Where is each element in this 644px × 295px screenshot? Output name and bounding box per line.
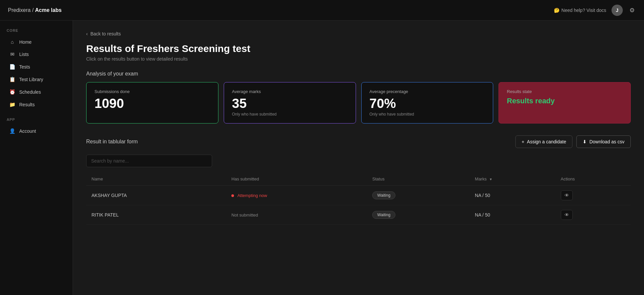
sidebar-item-account[interactable]: 👤 Account bbox=[3, 125, 70, 137]
sidebar-item-label: Tests bbox=[19, 64, 30, 70]
account-icon: 👤 bbox=[9, 128, 15, 134]
eye-icon: 👁 bbox=[564, 193, 569, 198]
marks-value: NA / 50 bbox=[475, 212, 490, 218]
help-link[interactable]: 🤔 Need help? Visit docs bbox=[554, 8, 606, 13]
col-actions: Actions bbox=[556, 172, 631, 186]
topnav-right: 🤔 Need help? Visit docs J ⚙ bbox=[554, 5, 636, 16]
cell-actions: 👁 bbox=[556, 205, 631, 225]
help-emoji: 🤔 bbox=[554, 8, 559, 13]
sidebar: CORE ⌂ Home ✉ Lists 📄 Tests 📋 Test Libra… bbox=[0, 21, 73, 295]
sidebar-item-label: Account bbox=[19, 128, 36, 134]
analysis-cards: Submissions done 1090 Average marks 35 O… bbox=[86, 82, 631, 123]
sidebar-item-label: Results bbox=[19, 102, 35, 107]
cell-actions: 👁 bbox=[556, 186, 631, 205]
back-arrow-icon: ‹ bbox=[86, 31, 88, 36]
table-header-row: Name Has submitted Status Marks ▼ Action… bbox=[86, 172, 631, 186]
sidebar-item-label: Home bbox=[19, 39, 31, 45]
results-table: Name Has submitted Status Marks ▼ Action… bbox=[86, 172, 631, 225]
table-head: Name Has submitted Status Marks ▼ Action… bbox=[86, 172, 631, 186]
core-section-label: CORE bbox=[0, 28, 73, 36]
home-icon: ⌂ bbox=[9, 39, 15, 45]
table-row: AKSHAY GUPTA Attempting now Waiting NA /… bbox=[86, 186, 631, 205]
main-content: ‹ Back to results Results of Freshers Sc… bbox=[73, 21, 644, 295]
view-result-button[interactable]: 👁 bbox=[561, 210, 573, 220]
avg-pct-card: Average precentage 70% Only who have sub… bbox=[361, 82, 494, 123]
view-result-button[interactable]: 👁 bbox=[561, 190, 573, 200]
sidebar-item-lists[interactable]: ✉ Lists bbox=[3, 48, 70, 61]
sidebar-item-results[interactable]: 📁 Results bbox=[3, 98, 70, 111]
cell-marks: NA / 50 bbox=[470, 205, 556, 225]
attempting-text: Attempting now bbox=[237, 193, 267, 198]
page-subtitle: Click on the results button to view deta… bbox=[86, 56, 631, 62]
analysis-section-label: Analysis of your exam bbox=[86, 71, 631, 77]
candidate-name: AKSHAY GUPTA bbox=[91, 193, 127, 198]
eye-icon: 👁 bbox=[564, 212, 569, 218]
col-marks: Marks ▼ bbox=[470, 172, 556, 186]
table-header-row: Result in tablular form + Assign a candi… bbox=[86, 135, 631, 148]
cell-submitted: Attempting now bbox=[226, 186, 367, 205]
download-icon: ⬇ bbox=[583, 139, 587, 144]
test-library-icon: 📋 bbox=[9, 76, 15, 82]
app-section-label: APP bbox=[0, 118, 73, 125]
marks-value: NA / 50 bbox=[475, 193, 490, 198]
table-actions: + Assign a candidate ⬇ Download as csv bbox=[515, 135, 631, 148]
submissions-card-label: Submissions done bbox=[94, 89, 210, 94]
avg-marks-card: Average marks 35 Only who have submitted bbox=[224, 82, 356, 123]
table-row: RITIK PATEL Not submitted Waiting NA / 5… bbox=[86, 205, 631, 225]
topnav: Predixera / Acme labs 🤔 Need help? Visit… bbox=[0, 0, 644, 21]
back-link[interactable]: ‹ Back to results bbox=[86, 31, 631, 36]
cell-marks: NA / 50 bbox=[470, 186, 556, 205]
attempting-dot-icon bbox=[231, 194, 234, 197]
page-title: Results of Freshers Screening test bbox=[86, 43, 631, 54]
plus-icon: + bbox=[522, 139, 524, 144]
brand-prefix: Predixera / bbox=[8, 7, 35, 13]
download-csv-button[interactable]: ⬇ Download as csv bbox=[576, 135, 631, 148]
avatar-letter: J bbox=[616, 8, 618, 13]
submissions-card-value: 1090 bbox=[94, 97, 210, 110]
avg-pct-card-sub: Only who have submitted bbox=[370, 112, 485, 117]
sidebar-item-label: Schedules bbox=[19, 89, 41, 95]
avg-marks-card-sub: Only who have submitted bbox=[232, 112, 348, 117]
assign-candidate-button[interactable]: + Assign a candidate bbox=[515, 135, 573, 148]
layout: CORE ⌂ Home ✉ Lists 📄 Tests 📋 Test Libra… bbox=[0, 21, 644, 295]
avg-pct-card-label: Average precentage bbox=[370, 89, 485, 94]
sidebar-item-label: Test Library bbox=[19, 77, 43, 82]
sidebar-item-tests[interactable]: 📄 Tests bbox=[3, 61, 70, 73]
brand-name: Acme labs bbox=[35, 7, 62, 13]
col-submitted: Has submitted bbox=[226, 172, 367, 186]
sidebar-item-test-library[interactable]: 📋 Test Library bbox=[3, 73, 70, 86]
sidebar-item-home[interactable]: ⌂ Home bbox=[3, 36, 70, 48]
avatar[interactable]: J bbox=[612, 5, 623, 16]
candidate-name: RITIK PATEL bbox=[91, 212, 119, 218]
cell-name: RITIK PATEL bbox=[86, 205, 226, 225]
table-body: AKSHAY GUPTA Attempting now Waiting NA /… bbox=[86, 186, 631, 225]
avg-marks-card-value: 35 bbox=[232, 97, 348, 110]
sidebar-item-label: Lists bbox=[19, 52, 29, 57]
status-badge: Waiting bbox=[372, 191, 395, 199]
results-state-card: Results state Results ready bbox=[498, 82, 631, 123]
cell-name: AKSHAY GUPTA bbox=[86, 186, 226, 205]
status-badge: Waiting bbox=[372, 211, 395, 219]
back-link-text: Back to results bbox=[90, 31, 121, 36]
submissions-card: Submissions done 1090 bbox=[86, 82, 218, 123]
col-name: Name bbox=[86, 172, 226, 186]
results-state-card-label: Results state bbox=[507, 89, 622, 94]
tests-icon: 📄 bbox=[9, 64, 15, 70]
settings-button[interactable]: ⚙ bbox=[628, 5, 636, 15]
lists-icon: ✉ bbox=[9, 51, 15, 57]
cell-submitted: Not submitted bbox=[226, 205, 367, 225]
search-wrap bbox=[86, 155, 631, 167]
search-input[interactable] bbox=[86, 155, 212, 167]
avg-pct-card-value: 70% bbox=[370, 97, 485, 110]
table-section-label: Result in tablular form bbox=[86, 139, 138, 145]
sidebar-item-schedules[interactable]: ⏰ Schedules bbox=[3, 86, 70, 98]
marks-sort-icon: ▼ bbox=[489, 177, 493, 181]
assign-btn-label: Assign a candidate bbox=[527, 139, 566, 144]
help-text: Need help? Visit docs bbox=[561, 8, 606, 13]
cell-status: Waiting bbox=[367, 186, 469, 205]
download-btn-label: Download as csv bbox=[589, 139, 624, 144]
results-icon: 📁 bbox=[9, 102, 15, 108]
col-status: Status bbox=[367, 172, 469, 186]
results-state-card-value: Results ready bbox=[507, 97, 622, 105]
schedules-icon: ⏰ bbox=[9, 89, 15, 95]
